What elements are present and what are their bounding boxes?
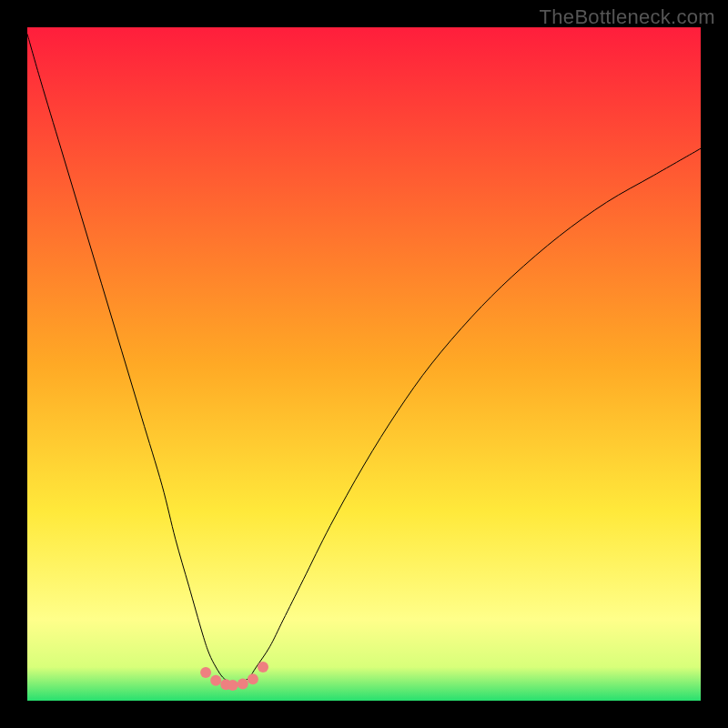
marker-point xyxy=(228,680,238,691)
plot-area xyxy=(27,27,701,701)
chart-svg xyxy=(27,27,701,701)
marker-point xyxy=(248,673,258,684)
watermark-text: TheBottleneck.com xyxy=(540,5,715,29)
marker-point xyxy=(210,675,221,686)
marker-point xyxy=(200,667,211,678)
marker-point xyxy=(238,679,248,690)
marker-point xyxy=(258,662,268,672)
gradient-background xyxy=(27,27,701,701)
chart-frame: TheBottleneck.com xyxy=(0,0,728,728)
